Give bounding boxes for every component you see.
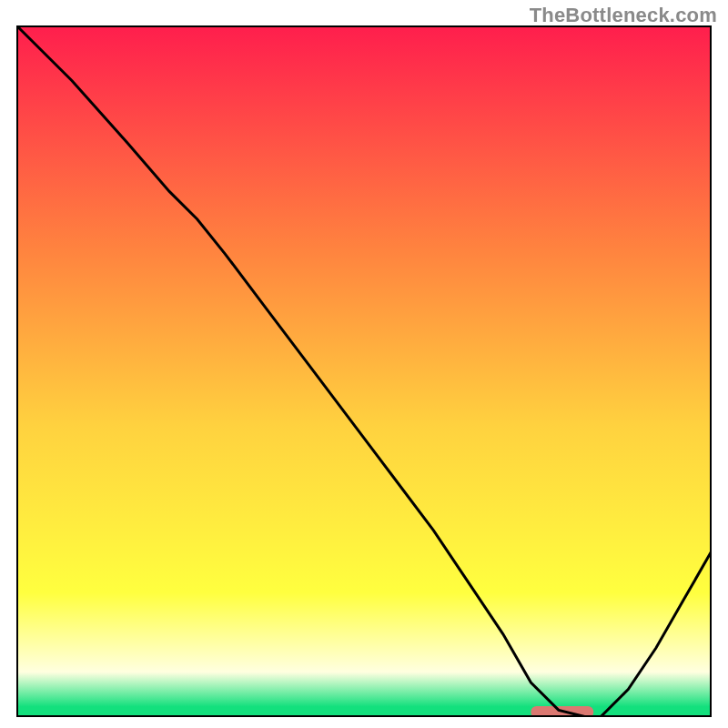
plot-area [16, 25, 712, 717]
gradient-background [16, 25, 712, 717]
chart-svg [16, 25, 712, 717]
attribution-label: TheBottleneck.com [530, 4, 717, 27]
chart-container: TheBottleneck.com [0, 0, 728, 728]
